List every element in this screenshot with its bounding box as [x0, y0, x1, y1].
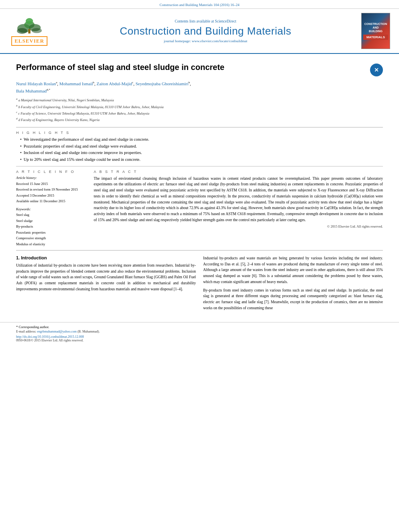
abstract-column: A B S T R A C T The impact of environmen…: [94, 170, 383, 247]
journal-title-area: Contents lists available at ScienceDirec…: [56, 13, 355, 49]
science-direct-link[interactable]: ScienceDirect: [215, 19, 236, 23]
intro-paragraph-2: Industrial by-products and waste materia…: [203, 255, 383, 311]
highlight-item-3: Inclusion of steel slag and sludge into …: [20, 150, 383, 156]
author-seyed: Seyedmojtaba Ghoreishiamiri: [136, 81, 189, 86]
intro-paragraph-1: Utilization of industrial by-products in…: [16, 263, 196, 292]
homepage-label: journal homepage:: [164, 39, 191, 43]
received-revised-date: Received in revised form 19 November 201…: [16, 187, 86, 192]
journal-cover-image: Construction and Building MATERIALS: [361, 13, 390, 49]
corresponding-author-note: * Corresponding author.: [16, 325, 383, 329]
issn-line: 0950-0618/© 2015 Elsevier Ltd. All right…: [16, 339, 383, 342]
keyword-5: Compressive strength: [16, 235, 86, 241]
authors-line: Nurul Hidayah Roslana, Mohammad Ismailb,…: [16, 80, 383, 94]
top-banner: Construction and Building Materials 104 …: [0, 0, 399, 9]
affiliation-a: a a Manipal International University, Ni…: [16, 97, 383, 103]
science-direct-line: Contents lists available at ScienceDirec…: [175, 19, 236, 23]
main-content: Performance of steel slag and steel slud…: [0, 54, 399, 319]
paper-title-row: Performance of steel slag and steel slud…: [16, 63, 383, 76]
highlights-section: H I G H L I G H T S We investigated the …: [16, 131, 383, 163]
email-note: E-mail address: engrbmuhammad@yahoo.com …: [16, 330, 383, 333]
journal-homepage-line: journal homepage: www.elsevier.com/locat…: [164, 39, 247, 43]
introduction-title: 1. Introduction: [16, 255, 196, 260]
highlight-item-2: Pozzolanic properties of steel slag and …: [20, 144, 383, 150]
highlights-list: We investigated the performance of steel…: [16, 137, 383, 163]
keyword-6: Modulus of elasticity: [16, 241, 86, 247]
journal-main-title: Construction and Building Materials: [120, 25, 292, 37]
affiliations-block: a a Manipal International University, Ni…: [16, 97, 383, 123]
keyword-3: By-products: [16, 224, 86, 229]
accepted-date: Accepted 3 December 2015: [16, 193, 86, 198]
author-bala: Bala Muhammad: [16, 88, 47, 93]
elsevier-label: ELSEVIER: [14, 38, 44, 44]
body-left-col: 1. Introduction Utilization of industria…: [16, 255, 196, 313]
author-zaiton: Zaiton Abdul-Majid: [97, 81, 132, 86]
svg-point-3: [26, 18, 33, 24]
body-right-col: Industrial by-products and waste materia…: [203, 255, 383, 313]
article-info-abstract-area: A R T I C L E I N F O Article history: R…: [16, 170, 383, 247]
article-info-column: A R T I C L E I N F O Article history: R…: [16, 170, 86, 247]
copyright-text: © 2015 Elsevier Ltd. All rights reserved…: [94, 224, 383, 228]
abstract-label: A B S T R A C T: [94, 170, 383, 174]
divider-after-highlights: [16, 166, 383, 166]
svg-rect-4: [28, 29, 30, 33]
affiliation-b: b b Faculty of Civil Engineering, Univer…: [16, 104, 383, 110]
body-content-area: 1. Introduction Utilization of industria…: [16, 255, 383, 313]
keywords-list: Steel slag Steel sludge By-products Pozz…: [16, 212, 86, 247]
highlight-item-1: We investigated the performance of steel…: [20, 137, 383, 143]
divider-after-abstract: [16, 250, 383, 251]
cover-text-line3: Building: [369, 29, 383, 33]
journal-reference: Construction and Building Materials 104 …: [160, 3, 239, 7]
svg-point-5: [17, 28, 27, 34]
author-mohammad: Mohammad Ismail: [60, 81, 93, 86]
article-history-block: Received 15 June 2015 Received in revise…: [16, 181, 86, 204]
paper-title-text: Performance of steel slag and steel slud…: [16, 63, 224, 72]
journal-cover-area: Construction and Building MATERIALS: [360, 13, 392, 49]
footer-area: * Corresponding author. E-mail address: …: [0, 322, 399, 345]
svg-point-6: [31, 28, 41, 33]
keyword-2: Steel sludge: [16, 218, 86, 224]
elsevier-tree-logo: [13, 14, 45, 35]
divider-after-affiliations: [16, 127, 383, 127]
abstract-text: The impact of environmental cleansing th…: [94, 176, 383, 223]
highlights-label: H I G H L I G H T S: [16, 131, 383, 135]
keyword-1: Steel slag: [16, 212, 86, 218]
cover-text-line2: and: [372, 26, 378, 29]
doi-link[interactable]: http://dx.doi.org/10.1016/j.conbuildmat.…: [16, 334, 383, 339]
keywords-label: Keywords:: [16, 207, 86, 211]
elsevier-logo-area: ELSEVIER: [7, 13, 51, 49]
keywords-section: Keywords: Steel slag Steel sludge By-pro…: [16, 207, 86, 247]
history-label: Article history:: [16, 176, 86, 180]
affiliation-d: d d Faculty of Engineering, Bayero Unive…: [16, 117, 383, 123]
affiliation-c: c c Faculty of Science, Universiti Tekno…: [16, 110, 383, 116]
science-direct-pre: Contents lists available at: [175, 19, 214, 23]
crossmark-icon: ✕: [370, 64, 383, 76]
highlight-item-4: Up to 20% steel slag and 15% steel sludg…: [20, 157, 383, 163]
crossmark-badge[interactable]: ✕: [370, 64, 383, 76]
elsevier-brand-box: ELSEVIER: [11, 36, 47, 46]
cover-text-line1: Construction: [364, 22, 387, 26]
email-link[interactable]: engrbmuhammad@yahoo.com: [37, 330, 77, 333]
article-info-label: A R T I C L E I N F O: [16, 170, 86, 174]
cover-red-band: MATERIALS: [363, 35, 388, 40]
received-date: Received 15 June 2015: [16, 181, 86, 187]
cover-text-materials: MATERIALS: [364, 35, 387, 39]
journal-header: ELSEVIER Contents lists available at Sci…: [0, 9, 399, 54]
author-nurul: Nurul Hidayah Roslan: [16, 81, 56, 86]
keyword-4: Pozzolanic properties: [16, 230, 86, 235]
homepage-link[interactable]: www.elsevier.com/locate/conbuildmat: [192, 39, 247, 43]
available-date: Available online 11 December 2015: [16, 198, 86, 204]
